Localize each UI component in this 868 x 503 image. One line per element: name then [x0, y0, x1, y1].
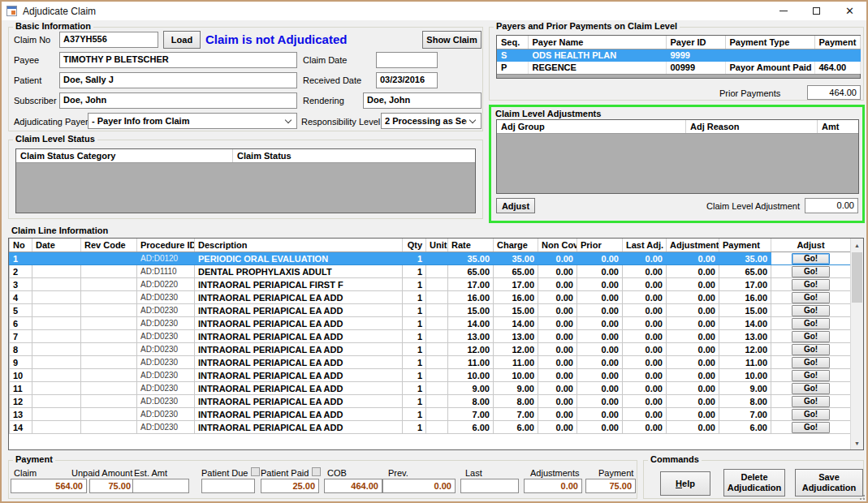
claim-line-rate: 8.00 — [448, 395, 494, 408]
claim-line-row[interactable]: 7AD:D0230INTRAORAL PERIAPICAL EA ADD113.… — [10, 330, 851, 343]
go-button[interactable]: Go! — [792, 396, 830, 407]
payment-last-label: Last — [465, 468, 482, 478]
col-procedure-id[interactable]: Procedure ID — [137, 239, 195, 252]
help-button[interactable]: Help — [660, 471, 710, 496]
go-button[interactable]: Go! — [792, 253, 830, 264]
claim-line-row[interactable]: 6AD:D0230INTRAORAL PERIAPICAL EA ADD114.… — [10, 317, 851, 330]
payment-est-amt-field[interactable] — [132, 479, 189, 493]
col-rate[interactable]: Rate — [448, 239, 494, 252]
payment-patient-paid-field[interactable]: 25.00 — [261, 479, 319, 493]
claim-line-row[interactable]: 13AD:D0230INTRAORAL PERIAPICAL EA ADD17.… — [10, 408, 851, 421]
claim-date-input[interactable] — [376, 52, 438, 68]
payer-row[interactable]: SODS HEALTH PLAN9999 — [497, 49, 860, 62]
go-button[interactable]: Go! — [792, 266, 830, 277]
patient-input[interactable]: Doe, Sally J — [59, 72, 297, 88]
go-button[interactable]: Go! — [792, 357, 830, 368]
prior-payments-field[interactable]: 464.00 — [807, 85, 861, 100]
scrollbar-thumb[interactable] — [852, 252, 862, 303]
claim-line-charge: 35.00 — [494, 252, 538, 265]
payer-row[interactable]: PREGENCE00999Payor Amount Paid464.00 — [497, 62, 860, 74]
adjust-button[interactable]: Adjust — [496, 198, 535, 213]
payment-prev-field[interactable]: 0.00 — [382, 479, 456, 493]
payers-col-payment[interactable]: Payment — [814, 36, 860, 49]
go-button[interactable]: Go! — [792, 383, 830, 394]
go-button[interactable]: Go! — [792, 318, 830, 329]
col-adjust[interactable]: Adjust — [771, 239, 851, 252]
payment-adjustments-field[interactable]: 0.00 — [524, 479, 582, 493]
col-payment[interactable]: Payment — [719, 239, 771, 252]
go-button[interactable]: Go! — [792, 331, 830, 342]
show-claim-button[interactable]: Show Claim — [422, 31, 482, 49]
adj-col-amt[interactable]: Amt — [818, 120, 858, 133]
claim-line-row[interactable]: 12AD:D0230INTRAORAL PERIAPICAL EA ADD18.… — [10, 395, 851, 408]
claim-line-row[interactable]: 2AD:D1110DENTAL PROPHYLAXIS ADULT165.006… — [10, 265, 851, 278]
payment-patient-due-field[interactable] — [201, 479, 255, 493]
go-button[interactable]: Go! — [792, 422, 830, 433]
claim-line-row[interactable]: 5AD:D0230INTRAORAL PERIAPICAL EA ADD115.… — [10, 304, 851, 317]
claim-line-row[interactable]: 14AD:D0230INTRAORAL PERIAPICAL EA ADD16.… — [10, 421, 851, 434]
payment-claim-field[interactable]: 564.00 — [11, 479, 87, 493]
go-button[interactable]: Go! — [792, 305, 830, 316]
load-button[interactable]: Load — [163, 31, 201, 49]
resize-grip[interactable] — [857, 492, 865, 500]
claim-no-input[interactable]: A37YH556 — [59, 32, 158, 48]
payee-input[interactable]: TIMOTHY P BLETSCHER — [59, 52, 297, 68]
col-qty[interactable]: Qty — [403, 239, 426, 252]
delete-adjudication-button[interactable]: Delete Adjudication — [723, 469, 785, 497]
payment-payment-field[interactable]: 75.00 — [585, 479, 636, 493]
payers-col-seq[interactable]: Seq. — [497, 36, 528, 49]
status-col-status[interactable]: Claim Status — [233, 149, 475, 162]
col-no[interactable]: No — [10, 239, 32, 252]
adjudicating-payer-select[interactable]: - Payer Info from Claim — [88, 113, 297, 129]
claim-line-unit — [426, 356, 448, 369]
claim-line-row[interactable]: 3AD:D0220INTRAORAL PERIAPICAL FIRST F117… — [10, 278, 851, 291]
payment-unpaid-field[interactable]: 75.00 — [89, 479, 135, 493]
claim-line-rate: 11.00 — [448, 356, 494, 369]
col-prior[interactable]: Prior — [577, 239, 623, 252]
col-rev-code[interactable]: Rev Code — [81, 239, 137, 252]
claim-line-row[interactable]: 10AD:D0230INTRAORAL PERIAPICAL EA ADD110… — [10, 369, 851, 382]
minimize-button[interactable] — [767, 2, 800, 20]
adj-col-reason[interactable]: Adj Reason — [686, 120, 818, 133]
status-col-category[interactable]: Claim Status Category — [16, 149, 233, 162]
col-description[interactable]: Description — [195, 239, 403, 252]
go-button[interactable]: Go! — [792, 344, 830, 355]
payers-col-type[interactable]: Payment Type — [725, 36, 814, 49]
scroll-down-icon[interactable]: ▼ — [851, 436, 863, 449]
rendering-input[interactable]: Doe, John — [363, 92, 482, 109]
scroll-up-icon[interactable]: ▲ — [851, 239, 863, 252]
claim-line-rev-code — [81, 317, 137, 330]
scrollbar-track[interactable] — [851, 252, 863, 436]
adj-col-group[interactable]: Adj Group — [497, 120, 686, 133]
claim-line-row[interactable]: 1AD:D0120PERIODIC ORAL EVALUATION135.003… — [10, 252, 851, 265]
col-last-adj[interactable]: Last Adj. — [623, 239, 667, 252]
go-button[interactable]: Go! — [792, 370, 830, 381]
claim-line-row[interactable]: 4AD:D0230INTRAORAL PERIAPICAL EA ADD116.… — [10, 291, 851, 304]
col-date[interactable]: Date — [32, 239, 81, 252]
payment-last-field[interactable] — [460, 479, 519, 493]
save-adjudication-button[interactable]: Save Adjudication — [795, 469, 863, 497]
patient-due-checkbox[interactable] — [251, 467, 260, 476]
claim-line-row[interactable]: 11AD:D0230INTRAORAL PERIAPICAL EA ADD19.… — [10, 382, 851, 395]
col-adjustments[interactable]: Adjustments — [667, 239, 719, 252]
payers-col-id[interactable]: Payer ID — [666, 36, 725, 49]
received-date-input[interactable]: 03/23/2016 — [376, 72, 438, 88]
claim-lines-scrollbar[interactable]: ▲ ▼ — [850, 239, 863, 449]
claim-line-row[interactable]: 8AD:D0230INTRAORAL PERIAPICAL EA ADD112.… — [10, 343, 851, 356]
go-button[interactable]: Go! — [792, 409, 830, 420]
claim-line-rate: 12.00 — [448, 343, 494, 356]
patient-paid-checkbox[interactable] — [312, 467, 321, 476]
col-non-cov[interactable]: Non Cov — [538, 239, 577, 252]
col-charge[interactable]: Charge — [494, 239, 538, 252]
responsibility-level-select[interactable]: 2 Processing as Second — [381, 113, 482, 129]
go-button[interactable]: Go! — [792, 292, 830, 303]
payers-col-name[interactable]: Payer Name — [528, 36, 666, 49]
col-unit[interactable]: Unit — [426, 239, 448, 252]
payment-cob-field[interactable]: 464.00 — [324, 479, 382, 493]
subscriber-input[interactable]: Doe, John — [59, 92, 297, 109]
claim-line-row[interactable]: 9AD:D0230INTRAORAL PERIAPICAL EA ADD111.… — [10, 356, 851, 369]
maximize-button[interactable] — [800, 2, 833, 20]
go-button[interactable]: Go! — [792, 279, 830, 290]
claim-level-adjustment-field[interactable]: 0.00 — [805, 198, 858, 213]
close-button[interactable]: ✕ — [833, 2, 866, 20]
